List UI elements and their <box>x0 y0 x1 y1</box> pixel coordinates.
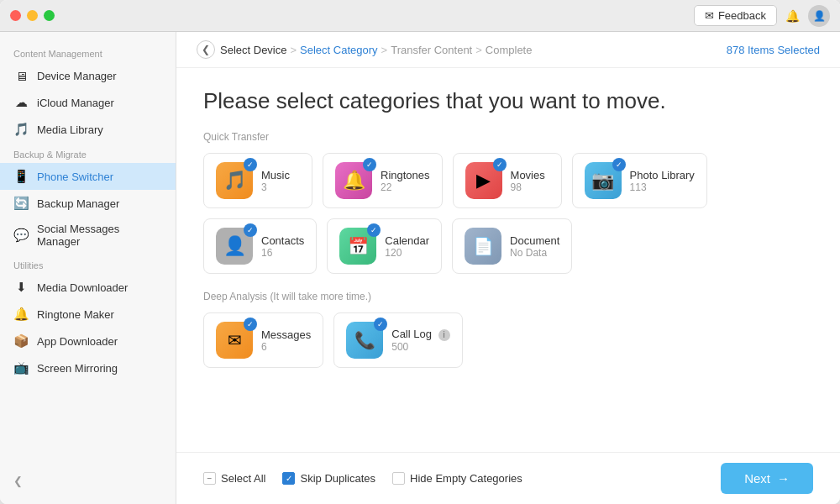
breadcrumb-step-1: Select Device <box>220 44 286 56</box>
breadcrumb-back-button[interactable]: ❮ <box>197 40 215 59</box>
media-library-icon: 🎵 <box>13 122 29 137</box>
quick-transfer-label: Quick Transfer <box>203 131 813 143</box>
sidebar-item-label: Media Library <box>37 123 103 136</box>
calendar-name: Calendar <box>385 234 429 247</box>
next-button[interactable]: Next → <box>721 463 813 494</box>
sidebar-item-label: Ringtone Maker <box>37 308 114 321</box>
sidebar-item-label: App Downloader <box>37 335 118 348</box>
breadcrumb-step-2: Select Category <box>300 44 378 56</box>
sidebar-item-app-downloader[interactable]: 📦 App Downloader <box>0 328 176 354</box>
category-card-movies[interactable]: ▶ ✓ Movies 98 <box>453 153 562 208</box>
hide-empty-checkbox[interactable]: Hide Empty Categories <box>392 472 522 485</box>
sidebar-item-media-downloader[interactable]: ⬇ Media Downloader <box>0 274 176 301</box>
items-selected-count: 878 Items Selected <box>727 44 820 56</box>
category-card-document[interactable]: 📄 Document No Data <box>452 218 572 274</box>
category-card-ringtones[interactable]: 🔔 ✓ Ringtones 22 <box>323 153 443 208</box>
media-downloader-icon: ⬇ <box>13 280 29 295</box>
feedback-label: Feedback <box>718 9 766 22</box>
sidebar-item-icloud-manager[interactable]: ☁ iCloud Manager <box>0 89 176 116</box>
category-card-calllog[interactable]: 📞 ✓ Call Log i 500 <box>333 312 462 368</box>
feedback-button[interactable]: ✉ Feedback <box>694 5 777 26</box>
category-card-calendar[interactable]: 📅 ✓ Calendar 120 <box>327 218 442 274</box>
sidebar-item-label: Backup Manager <box>37 197 119 210</box>
sidebar-item-ringtone-maker[interactable]: 🔔 Ringtone Maker <box>0 301 176 328</box>
document-name: Document <box>510 234 559 247</box>
notification-icon[interactable]: 🔔 <box>785 9 800 23</box>
music-count: 3 <box>261 181 290 193</box>
titlebar-actions: ✉ Feedback 🔔 👤 <box>694 5 830 27</box>
category-card-photo-library[interactable]: 📷 ✓ Photo Library 113 <box>572 153 707 208</box>
photo-library-info: Photo Library 113 <box>630 169 695 193</box>
select-all-checkbox[interactable]: − Select All <box>203 472 265 485</box>
next-label: Next <box>744 471 770 486</box>
skip-duplicates-checkbox[interactable]: ✓ Skip Duplicates <box>282 472 375 485</box>
sidebar-item-media-library[interactable]: 🎵 Media Library <box>0 116 176 143</box>
sidebar-item-label: iCloud Manager <box>37 97 114 109</box>
breadcrumb-step-3: Transfer Content <box>391 44 472 56</box>
app-downloader-icon: 📦 <box>13 333 29 349</box>
document-icon: 📄 <box>465 228 501 265</box>
calendar-info: Calendar 120 <box>385 234 429 259</box>
breadcrumb-sep-1: > <box>290 44 297 56</box>
category-card-music[interactable]: 🎵 ✓ Music 3 <box>203 153 312 208</box>
breadcrumb-sep-2: > <box>381 44 388 56</box>
photo-library-count: 113 <box>630 181 695 193</box>
bottom-bar: − Select All ✓ Skip Duplicates Hide Empt… <box>176 452 840 504</box>
sidebar-item-social-messages[interactable]: 💬 Social Messages Manager <box>0 217 176 254</box>
messages-info: Messages 6 <box>261 328 311 353</box>
titlebar: ✉ Feedback 🔔 👤 <box>0 0 840 32</box>
calendar-check: ✓ <box>367 223 381 237</box>
calllog-icon: 📞 ✓ <box>346 322 383 359</box>
music-name: Music <box>261 169 290 181</box>
ringtones-info: Ringtones 22 <box>381 169 430 193</box>
close-button[interactable] <box>10 10 21 21</box>
ringtones-name: Ringtones <box>381 169 430 181</box>
app-window: ✉ Feedback 🔔 👤 Content Management 🖥 Devi… <box>0 0 840 504</box>
page-title: Please select categories that you want t… <box>203 88 813 114</box>
ringtone-maker-icon: 🔔 <box>13 307 29 322</box>
social-messages-icon: 💬 <box>13 228 29 243</box>
sidebar-item-label: Social Messages Manager <box>37 223 162 248</box>
ringtones-icon: 🔔 ✓ <box>335 162 372 199</box>
deep-categories-grid: ✉ ✓ Messages 6 📞 ✓ <box>203 312 813 368</box>
movies-check: ✓ <box>493 158 507 171</box>
calllog-info-icon: i <box>438 329 450 341</box>
contacts-icon: 👤 ✓ <box>216 228 253 265</box>
breadcrumb-sep-3: > <box>475 44 482 56</box>
movies-icon: ▶ ✓ <box>465 162 502 199</box>
calllog-name: Call Log i <box>391 328 449 341</box>
hide-empty-box[interactable] <box>392 472 405 485</box>
select-all-box[interactable]: − <box>203 472 216 485</box>
calllog-info: Call Log i 500 <box>391 328 449 353</box>
avatar[interactable]: 👤 <box>808 5 830 27</box>
page-content: Please select categories that you want t… <box>176 68 840 452</box>
category-card-messages[interactable]: ✉ ✓ Messages 6 <box>203 312 323 368</box>
mail-icon: ✉ <box>705 9 714 22</box>
breadcrumb-step-4: Complete <box>486 44 533 56</box>
contacts-check: ✓ <box>244 223 257 237</box>
maximize-button[interactable] <box>44 10 55 21</box>
sidebar-item-phone-switcher[interactable]: 📱 Phone Switcher <box>0 163 176 190</box>
music-icon: 🎵 ✓ <box>216 162 253 199</box>
movies-info: Movies 98 <box>511 169 545 193</box>
messages-name: Messages <box>261 328 311 341</box>
photo-library-name: Photo Library <box>630 169 695 181</box>
messages-count: 6 <box>261 341 311 353</box>
sidebar-collapse-button[interactable]: ❮ <box>0 468 176 494</box>
sidebar-section-content: Content Management <box>0 42 176 62</box>
sidebar-item-device-manager[interactable]: 🖥 Device Manager <box>0 62 176 89</box>
phone-switcher-icon: 📱 <box>13 169 29 184</box>
sidebar-item-backup-manager[interactable]: 🔄 Backup Manager <box>0 190 176 217</box>
next-arrow-icon: → <box>777 471 790 486</box>
category-card-contacts[interactable]: 👤 ✓ Contacts 16 <box>203 218 317 274</box>
messages-check: ✓ <box>244 318 257 331</box>
document-count: No Data <box>510 247 559 259</box>
sidebar-item-label: Media Downloader <box>37 281 128 294</box>
sidebar-item-screen-mirroring[interactable]: 📺 Screen Mirroring <box>0 354 176 381</box>
sidebar: Content Management 🖥 Device Manager ☁ iC… <box>0 32 176 504</box>
calllog-count: 500 <box>391 341 449 353</box>
screen-mirroring-icon: 📺 <box>13 360 29 375</box>
minimize-button[interactable] <box>27 10 38 21</box>
skip-duplicates-box[interactable]: ✓ <box>282 472 295 485</box>
music-check: ✓ <box>244 158 257 171</box>
